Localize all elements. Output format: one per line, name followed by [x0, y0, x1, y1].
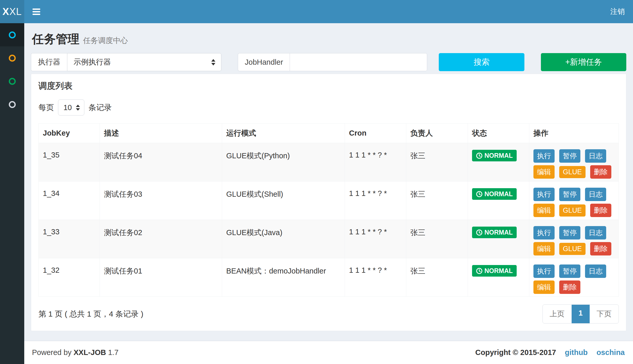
cell-status: NORMAL: [468, 143, 529, 181]
sidebar-item-job-manage[interactable]: [0, 23, 24, 46]
edit-button[interactable]: 编辑: [533, 165, 555, 179]
panel-title: 调度列表: [38, 80, 619, 92]
main-content: 任务管理任务调度中心 执行器 示例执行器 JobHandler 搜索 +新增任务…: [24, 23, 633, 331]
cell-mode: GLUE模式(Python): [222, 143, 345, 181]
pause-button[interactable]: 暂停: [559, 188, 580, 201]
log-button[interactable]: 日志: [585, 226, 606, 239]
cell-cron: 1 1 1 * * ? *: [345, 181, 406, 220]
add-job-button[interactable]: +新增任务: [541, 53, 626, 71]
edit-button[interactable]: 编辑: [533, 242, 555, 255]
status-badge: NORMAL: [472, 265, 517, 277]
navbar: 注销: [24, 0, 633, 23]
table-row: 1_34 测试任务03 GLUE模式(Shell) 1 1 1 * * ? * …: [39, 181, 619, 220]
page-size-prefix: 每页: [38, 102, 54, 113]
page-title: 任务管理任务调度中心: [32, 31, 625, 48]
cell-status: NORMAL: [468, 220, 529, 258]
run-button[interactable]: 执行: [533, 188, 555, 201]
cell-owner: 张三: [406, 181, 468, 220]
clock-icon: [476, 229, 483, 236]
circle-icon: [9, 55, 16, 62]
select-arrows-icon: [211, 59, 215, 65]
run-button[interactable]: 执行: [533, 149, 555, 163]
delete-button[interactable]: 删除: [590, 242, 611, 255]
run-button[interactable]: 执行: [533, 264, 555, 278]
delete-button[interactable]: 删除: [559, 280, 580, 294]
app-logo[interactable]: XXL: [0, 0, 24, 23]
cell-status: NORMAL: [468, 258, 529, 297]
next-page-button[interactable]: 下页: [590, 305, 619, 323]
filter-toolbar: 执行器 示例执行器 JobHandler 搜索 +新增任务: [31, 53, 626, 71]
executor-label: 执行器: [31, 53, 67, 71]
clock-icon: [476, 268, 483, 274]
log-button[interactable]: 日志: [585, 188, 606, 201]
cell-actions: 执行 暂停 日志 编辑 GLUE 删除: [529, 143, 619, 181]
schedule-list-panel: 调度列表 每页 10 条记录 JobKey 描述 运行模式: [31, 74, 626, 331]
footer-right: Copyright © 2015-2017 github oschina: [475, 348, 625, 357]
log-button[interactable]: 日志: [585, 264, 606, 278]
cell-cron: 1 1 1 * * ? *: [345, 143, 406, 181]
logo-text: XL: [9, 6, 22, 17]
copyright-text: Copyright © 2015-2017: [475, 348, 556, 357]
table-row: 1_35 测试任务04 GLUE模式(Python) 1 1 1 * * ? *…: [39, 143, 619, 181]
circle-icon: [9, 78, 16, 85]
cell-owner: 张三: [406, 258, 468, 297]
prev-page-button[interactable]: 上页: [543, 305, 572, 323]
glue-button[interactable]: GLUE: [559, 204, 586, 217]
product-name: XXL-JOB: [74, 348, 106, 357]
jobhandler-input[interactable]: [290, 53, 427, 71]
glue-button[interactable]: GLUE: [559, 243, 586, 255]
cell-description: 测试任务02: [100, 220, 222, 258]
col-jobkey: JobKey: [39, 123, 100, 143]
delete-button[interactable]: 删除: [590, 204, 611, 217]
table-header-row: JobKey 描述 运行模式 Cron 负责人 状态 操作: [39, 123, 619, 143]
circle-icon: [9, 101, 16, 108]
cell-actions: 执行 暂停 日志 编辑 删除: [529, 258, 619, 297]
log-button[interactable]: 日志: [585, 149, 606, 163]
sidebar-item-4[interactable]: [0, 93, 24, 116]
status-badge: NORMAL: [472, 227, 517, 238]
circle-icon: [9, 31, 16, 38]
col-description: 描述: [100, 123, 222, 143]
page-1-button[interactable]: 1: [572, 305, 590, 323]
powered-by: Powered by XXL-JOB 1.7: [32, 348, 118, 357]
glue-button[interactable]: GLUE: [559, 166, 586, 178]
hamburger-menu-icon[interactable]: [33, 9, 40, 15]
cell-description: 测试任务01: [100, 258, 222, 297]
sidebar-item-3[interactable]: [0, 70, 24, 93]
col-cron: Cron: [345, 123, 406, 143]
run-button[interactable]: 执行: [533, 226, 555, 239]
edit-button[interactable]: 编辑: [533, 280, 555, 294]
page-size-value: 10: [63, 103, 72, 112]
cell-mode: GLUE模式(Shell): [222, 181, 345, 220]
clock-icon: [476, 152, 483, 159]
executor-filter-group: 执行器 示例执行器: [31, 53, 221, 71]
col-status: 状态: [468, 123, 529, 143]
pause-button[interactable]: 暂停: [559, 149, 580, 163]
page-size-select[interactable]: 10: [58, 100, 84, 115]
logout-link[interactable]: 注销: [610, 7, 625, 16]
product-version: 1.7: [108, 348, 118, 357]
github-link[interactable]: github: [565, 348, 588, 357]
executor-select[interactable]: 示例执行器: [67, 53, 221, 71]
cell-actions: 执行 暂停 日志 编辑 GLUE 删除: [529, 220, 619, 258]
page-subtitle: 任务调度中心: [83, 36, 128, 45]
cell-owner: 张三: [406, 220, 468, 258]
cell-description: 测试任务04: [100, 143, 222, 181]
col-owner: 负责人: [406, 123, 468, 143]
delete-button[interactable]: 删除: [590, 165, 611, 179]
logo-text-bold: X: [3, 6, 9, 17]
cell-description: 测试任务03: [100, 181, 222, 220]
pagination-summary: 第 1 页 ( 总共 1 页，4 条记录 ): [38, 309, 143, 319]
oschina-link[interactable]: oschina: [596, 348, 625, 357]
sidebar-item-2[interactable]: [0, 46, 24, 70]
cell-cron: 1 1 1 * * ? *: [345, 220, 406, 258]
pause-button[interactable]: 暂停: [559, 264, 580, 278]
powered-prefix: Powered by: [32, 348, 71, 357]
table-row: 1_32 测试任务01 BEAN模式：demoJobHandler 1 1 1 …: [39, 258, 619, 297]
status-badge: NORMAL: [472, 150, 517, 161]
content-header: 任务管理任务调度中心: [24, 23, 633, 53]
search-button[interactable]: 搜索: [439, 53, 524, 71]
jobhandler-filter-group: JobHandler: [238, 53, 427, 71]
edit-button[interactable]: 编辑: [533, 204, 555, 217]
pause-button[interactable]: 暂停: [559, 226, 580, 239]
